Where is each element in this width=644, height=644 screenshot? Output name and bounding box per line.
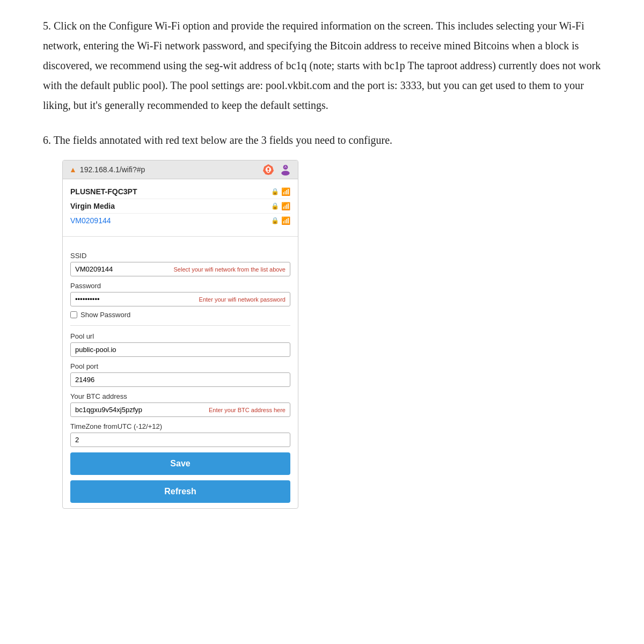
password-input[interactable] (75, 295, 195, 303)
network-name-plusnet: PLUSNET-FQC3PT (70, 187, 137, 196)
wifi-header-bar: ▲ 192.168.4.1/wifi?#p A (63, 160, 298, 179)
show-password-label[interactable]: Show Password (80, 311, 130, 319)
wifi-config-form: SSID Select your wifi network from the l… (63, 243, 298, 508)
network-signal-vm: 🔒 📶 (271, 216, 290, 225)
timezone-label: TimeZone fromUTC (-12/+12) (70, 422, 290, 430)
pool-port-label: Pool port (70, 362, 290, 370)
network-list: PLUSNET-FQC3PT 🔒 📶 Virgin Media 🔒 📶 VM02… (63, 179, 298, 230)
timezone-input[interactable] (75, 436, 286, 444)
divider-2 (70, 325, 290, 326)
signal-bars-vm: 📶 (281, 216, 290, 225)
lock-icon-virgin: 🔒 (271, 202, 279, 210)
pool-port-input-row[interactable] (70, 372, 290, 387)
network-item-vm[interactable]: VM0209144 🔒 📶 (70, 214, 290, 228)
divider-1 (63, 236, 298, 237)
network-item-virgin: Virgin Media 🔒 📶 (70, 199, 290, 214)
signal-bars-virgin: 📶 (281, 202, 290, 210)
svg-point-3 (268, 171, 269, 172)
pool-port-input[interactable] (75, 376, 286, 384)
password-hint: Enter your wifi network password (199, 296, 286, 303)
pool-url-input-row[interactable] (70, 342, 290, 357)
show-password-row: Show Password (70, 311, 290, 319)
ssid-input-row[interactable]: Select your wifi network from the list a… (70, 262, 290, 276)
save-button[interactable]: Save (70, 452, 290, 475)
network-item-plusnet: PLUSNET-FQC3PT 🔒 📶 (70, 185, 290, 199)
timezone-input-row[interactable] (70, 433, 290, 447)
signal-bars-plusnet: 📶 (281, 187, 290, 196)
network-signal-plusnet: 🔒 📶 (271, 187, 290, 196)
network-signal-virgin: 🔒 📶 (271, 202, 290, 210)
lock-icon-vm: 🔒 (271, 217, 279, 224)
lock-icon-plusnet: 🔒 (271, 188, 279, 195)
network-name-vm[interactable]: VM0209144 (70, 216, 111, 225)
network-name-virgin: Virgin Media (70, 202, 115, 210)
btc-address-hint: Enter your BTC address here (209, 407, 286, 413)
show-password-checkbox[interactable] (70, 311, 77, 318)
address-bar-text: 192.168.4.1/wifi?#p (80, 165, 145, 174)
btc-address-label: Your BTC address (70, 392, 290, 400)
svg-rect-2 (267, 168, 269, 170)
warning-triangle-icon: ▲ (69, 165, 77, 174)
btc-address-input[interactable] (75, 406, 204, 414)
svg-point-5 (281, 171, 289, 175)
refresh-button[interactable]: Refresh (70, 480, 290, 503)
ssid-input[interactable] (75, 265, 170, 273)
ssid-hint: Select your wifi network from the list a… (174, 266, 286, 273)
step5-text: 5. Click on the Configure Wi-Fi option a… (43, 16, 601, 115)
address-bar-left: ▲ 192.168.4.1/wifi?#p (69, 165, 145, 174)
btc-address-input-row[interactable]: Enter your BTC address here (70, 402, 290, 417)
password-input-row[interactable]: Enter your wifi network password (70, 292, 290, 306)
pool-url-input[interactable] (75, 346, 286, 354)
step6-label: 6. The fields annotated with red text be… (43, 130, 601, 150)
browser-icons: A (262, 164, 291, 175)
pool-url-label: Pool url (70, 332, 290, 340)
brave-browser-icon (262, 164, 274, 175)
profile-icon: A (280, 164, 291, 175)
password-label: Password (70, 282, 290, 290)
ssid-label: SSID (70, 252, 290, 260)
wifi-config-frame: ▲ 192.168.4.1/wifi?#p A PLUSNET-FQC3PT (62, 160, 298, 509)
